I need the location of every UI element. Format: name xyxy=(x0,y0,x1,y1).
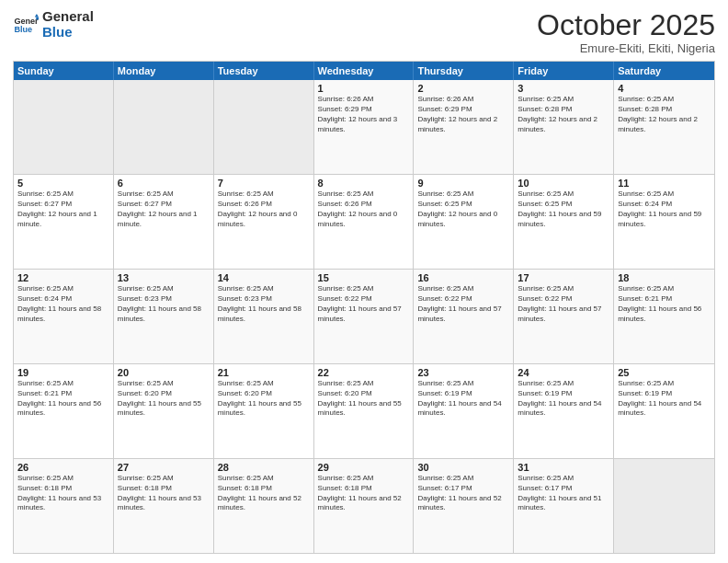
title-block: October 2025 Emure-Ekiti, Ekiti, Nigeria xyxy=(537,9,715,55)
cell-info: Sunrise: 6:25 AM Sunset: 6:25 PM Dayligh… xyxy=(518,190,609,229)
cell-info: Sunrise: 6:25 AM Sunset: 6:22 PM Dayligh… xyxy=(318,284,410,324)
cal-cell: 16Sunrise: 6:25 AM Sunset: 6:22 PM Dayli… xyxy=(414,270,514,363)
cal-cell: 19Sunrise: 6:25 AM Sunset: 6:21 PM Dayli… xyxy=(14,364,114,458)
cell-info: Sunrise: 6:25 AM Sunset: 6:28 PM Dayligh… xyxy=(518,95,609,134)
cal-cell: 22Sunrise: 6:25 AM Sunset: 6:20 PM Dayli… xyxy=(314,364,415,458)
cell-info: Sunrise: 6:25 AM Sunset: 6:27 PM Dayligh… xyxy=(17,190,109,229)
calendar-body: 1Sunrise: 6:26 AM Sunset: 6:29 PM Daylig… xyxy=(14,80,714,553)
cell-info: Sunrise: 6:25 AM Sunset: 6:25 PM Dayligh… xyxy=(417,190,509,229)
cell-date: 25 xyxy=(618,367,711,378)
header-tuesday: Tuesday xyxy=(214,62,314,80)
cal-cell: 11Sunrise: 6:25 AM Sunset: 6:24 PM Dayli… xyxy=(614,175,714,269)
cell-date: 10 xyxy=(518,178,609,189)
cal-cell xyxy=(614,459,714,553)
cal-cell: 21Sunrise: 6:25 AM Sunset: 6:20 PM Dayli… xyxy=(214,364,314,458)
cal-cell: 27Sunrise: 6:25 AM Sunset: 6:18 PM Dayli… xyxy=(114,459,214,553)
cell-date: 13 xyxy=(118,272,210,283)
cal-cell: 8Sunrise: 6:25 AM Sunset: 6:26 PM Daylig… xyxy=(314,175,415,269)
cell-date: 22 xyxy=(318,367,410,378)
cal-cell: 15Sunrise: 6:25 AM Sunset: 6:22 PM Dayli… xyxy=(314,270,415,363)
cell-date: 9 xyxy=(417,178,509,189)
cell-info: Sunrise: 6:25 AM Sunset: 6:21 PM Dayligh… xyxy=(17,379,109,419)
cell-date: 24 xyxy=(518,367,609,378)
cal-week-4: 19Sunrise: 6:25 AM Sunset: 6:21 PM Dayli… xyxy=(14,364,714,459)
cell-date: 19 xyxy=(17,367,109,378)
header-sunday: Sunday xyxy=(14,62,114,80)
cell-date: 8 xyxy=(318,178,410,189)
cell-info: Sunrise: 6:25 AM Sunset: 6:18 PM Dayligh… xyxy=(17,474,109,513)
cell-info: Sunrise: 6:25 AM Sunset: 6:19 PM Dayligh… xyxy=(518,379,609,419)
cell-date: 26 xyxy=(17,462,109,473)
cell-date: 14 xyxy=(218,272,310,283)
cal-cell: 12Sunrise: 6:25 AM Sunset: 6:24 PM Dayli… xyxy=(14,270,114,363)
cell-info: Sunrise: 6:26 AM Sunset: 6:29 PM Dayligh… xyxy=(318,95,410,134)
cal-cell: 4Sunrise: 6:25 AM Sunset: 6:28 PM Daylig… xyxy=(614,80,714,174)
cal-cell: 2Sunrise: 6:26 AM Sunset: 6:29 PM Daylig… xyxy=(414,80,514,174)
svg-marker-3 xyxy=(36,17,39,19)
cell-info: Sunrise: 6:25 AM Sunset: 6:19 PM Dayligh… xyxy=(618,379,711,419)
cell-info: Sunrise: 6:25 AM Sunset: 6:27 PM Dayligh… xyxy=(118,190,210,229)
cell-info: Sunrise: 6:25 AM Sunset: 6:19 PM Dayligh… xyxy=(417,379,509,419)
cell-info: Sunrise: 6:25 AM Sunset: 6:20 PM Dayligh… xyxy=(218,379,310,419)
cal-cell: 10Sunrise: 6:25 AM Sunset: 6:25 PM Dayli… xyxy=(514,175,614,269)
cell-date: 30 xyxy=(417,462,509,473)
cal-cell xyxy=(214,80,314,174)
cell-date: 29 xyxy=(318,462,410,473)
calendar: Sunday Monday Tuesday Wednesday Thursday… xyxy=(13,61,715,554)
month-title: October 2025 xyxy=(537,9,715,41)
cal-cell: 25Sunrise: 6:25 AM Sunset: 6:19 PM Dayli… xyxy=(614,364,714,458)
header-monday: Monday xyxy=(114,62,214,80)
location: Emure-Ekiti, Ekiti, Nigeria xyxy=(537,41,715,55)
cell-info: Sunrise: 6:25 AM Sunset: 6:20 PM Dayligh… xyxy=(318,379,410,419)
header-saturday: Saturday xyxy=(614,62,714,80)
cell-info: Sunrise: 6:25 AM Sunset: 6:28 PM Dayligh… xyxy=(618,95,711,134)
cell-date: 12 xyxy=(17,272,109,283)
cal-cell: 13Sunrise: 6:25 AM Sunset: 6:23 PM Dayli… xyxy=(114,270,214,363)
cell-date: 27 xyxy=(118,462,210,473)
cal-week-5: 26Sunrise: 6:25 AM Sunset: 6:18 PM Dayli… xyxy=(14,459,714,553)
cell-date: 3 xyxy=(518,83,609,94)
cal-cell: 23Sunrise: 6:25 AM Sunset: 6:19 PM Dayli… xyxy=(414,364,514,458)
cell-date: 6 xyxy=(118,178,210,189)
logo: General Blue General Blue xyxy=(13,9,94,40)
cell-info: Sunrise: 6:25 AM Sunset: 6:18 PM Dayligh… xyxy=(118,474,210,513)
cal-cell: 9Sunrise: 6:25 AM Sunset: 6:25 PM Daylig… xyxy=(414,175,514,269)
cell-info: Sunrise: 6:25 AM Sunset: 6:17 PM Dayligh… xyxy=(417,474,509,513)
header-wednesday: Wednesday xyxy=(314,62,415,80)
cal-week-2: 5Sunrise: 6:25 AM Sunset: 6:27 PM Daylig… xyxy=(14,175,714,270)
cell-info: Sunrise: 6:25 AM Sunset: 6:22 PM Dayligh… xyxy=(518,284,609,324)
cal-cell: 29Sunrise: 6:25 AM Sunset: 6:18 PM Dayli… xyxy=(314,459,415,553)
cell-info: Sunrise: 6:25 AM Sunset: 6:26 PM Dayligh… xyxy=(318,190,410,229)
cal-cell: 7Sunrise: 6:25 AM Sunset: 6:26 PM Daylig… xyxy=(214,175,314,269)
logo-blue: Blue xyxy=(42,25,94,40)
cell-info: Sunrise: 6:25 AM Sunset: 6:18 PM Dayligh… xyxy=(318,474,410,513)
cell-date: 7 xyxy=(218,178,310,189)
header-friday: Friday xyxy=(514,62,614,80)
cell-date: 31 xyxy=(518,462,609,473)
cal-cell xyxy=(14,80,114,174)
cell-date: 1 xyxy=(318,83,410,94)
cell-date: 16 xyxy=(417,272,509,283)
cell-info: Sunrise: 6:25 AM Sunset: 6:26 PM Dayligh… xyxy=(218,190,310,229)
cal-cell: 17Sunrise: 6:25 AM Sunset: 6:22 PM Dayli… xyxy=(514,270,614,363)
cell-date: 21 xyxy=(218,367,310,378)
svg-text:General: General xyxy=(14,16,39,25)
svg-text:Blue: Blue xyxy=(14,25,32,34)
page: General Blue General Blue October 2025 E… xyxy=(0,0,728,563)
cal-cell: 5Sunrise: 6:25 AM Sunset: 6:27 PM Daylig… xyxy=(14,175,114,269)
cal-week-1: 1Sunrise: 6:26 AM Sunset: 6:29 PM Daylig… xyxy=(14,80,714,175)
cal-week-3: 12Sunrise: 6:25 AM Sunset: 6:24 PM Dayli… xyxy=(14,270,714,364)
cal-cell: 24Sunrise: 6:25 AM Sunset: 6:19 PM Dayli… xyxy=(514,364,614,458)
cal-cell: 18Sunrise: 6:25 AM Sunset: 6:21 PM Dayli… xyxy=(614,270,714,363)
cell-date: 2 xyxy=(417,83,509,94)
cell-date: 5 xyxy=(17,178,109,189)
cell-info: Sunrise: 6:25 AM Sunset: 6:17 PM Dayligh… xyxy=(518,474,609,513)
header-thursday: Thursday xyxy=(414,62,514,80)
cell-info: Sunrise: 6:25 AM Sunset: 6:18 PM Dayligh… xyxy=(218,474,310,513)
calendar-header: Sunday Monday Tuesday Wednesday Thursday… xyxy=(14,62,714,80)
cell-info: Sunrise: 6:25 AM Sunset: 6:23 PM Dayligh… xyxy=(118,284,210,324)
cal-cell: 26Sunrise: 6:25 AM Sunset: 6:18 PM Dayli… xyxy=(14,459,114,553)
cell-date: 20 xyxy=(118,367,210,378)
cell-info: Sunrise: 6:25 AM Sunset: 6:23 PM Dayligh… xyxy=(218,284,310,324)
cal-cell: 3Sunrise: 6:25 AM Sunset: 6:28 PM Daylig… xyxy=(514,80,614,174)
